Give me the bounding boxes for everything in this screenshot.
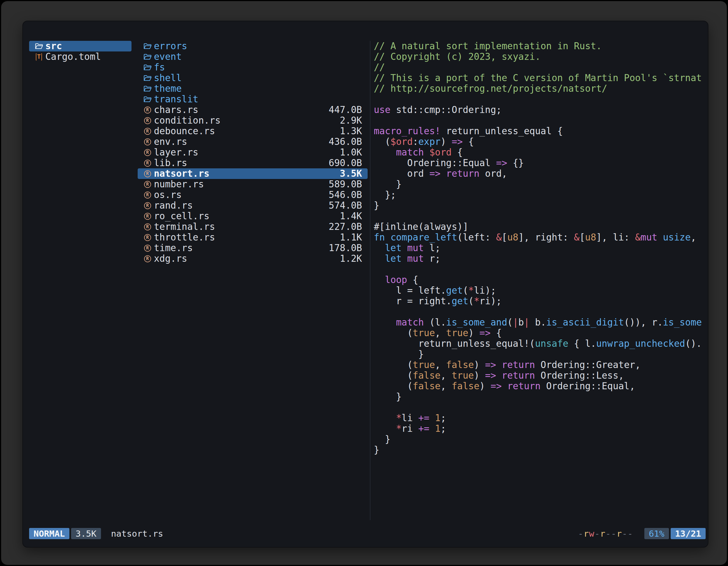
code-line: fn compare_left(left: &[u8], right: &[u8… (374, 232, 706, 243)
code-line (374, 211, 706, 222)
code-line: return_unless_equal!(unsafe { l.unwrap_u… (374, 338, 706, 349)
code-line (374, 306, 706, 317)
entry-name: xdg.rs (154, 254, 340, 264)
rust-icon: R (143, 170, 152, 177)
code-line: r = right.get(*ri); (374, 296, 706, 306)
code-line: ($ord:expr) => { (374, 137, 706, 147)
code-line: l = left.get(*li); (374, 285, 706, 296)
code-line: let mut l; (374, 243, 706, 254)
folder-icon (143, 85, 152, 92)
rust-icon: R (143, 192, 152, 199)
entry-size: 3.5K (340, 168, 362, 179)
rust-icon: R (143, 160, 152, 167)
dir-row-event[interactable]: event (138, 51, 368, 62)
folder-icon (143, 53, 152, 60)
code-line: use std::cmp::Ordering; (374, 105, 706, 115)
file-row-layer.rs[interactable]: Rlayer.rs1.0K (138, 147, 368, 158)
entry-name: throttle.rs (154, 232, 340, 243)
folder-icon (143, 96, 152, 103)
entry-name: errors (154, 41, 362, 51)
dir-row-src[interactable]: src (29, 41, 131, 51)
entry-name: env.rs (154, 137, 329, 147)
dir-row-theme[interactable]: theme (138, 83, 368, 94)
rust-icon: R (143, 213, 152, 220)
dir-row-fs[interactable]: fs (138, 62, 368, 73)
file-row-terminal.rs[interactable]: Rterminal.rs227.0B (138, 222, 368, 232)
entry-size: 589.0B (329, 179, 362, 190)
dir-row-translit[interactable]: translit (138, 94, 368, 105)
code-line: (false, true) => return Ordering::Less, (374, 370, 706, 381)
code-line (374, 115, 706, 126)
code-line: Ordering::Equal => {} (374, 158, 706, 168)
code-line: } (374, 445, 706, 455)
entry-size: 1.4K (340, 211, 362, 222)
entry-size: 1.2K (340, 254, 362, 264)
entry-name: debounce.rs (154, 126, 340, 137)
file-row-time.rs[interactable]: Rtime.rs178.0B (138, 243, 368, 254)
entry-size: 1.3K (340, 126, 362, 137)
file-row-condition.rs[interactable]: Rcondition.rs2.9K (138, 115, 368, 126)
file-row-xdg.rs[interactable]: Rxdg.rs1.2K (138, 254, 368, 264)
code-line: loop { (374, 275, 706, 285)
entry-name: translit (154, 94, 362, 105)
mode-badge: NORMAL (29, 528, 69, 539)
file-row-os.rs[interactable]: Ros.rs546.0B (138, 190, 368, 200)
code-line: (false, false) => return Ordering::Equal… (374, 381, 706, 391)
entry-size: 436.0B (329, 137, 362, 147)
code-line: ord => return ord, (374, 168, 706, 179)
code-line: (true, false) => return Ordering::Greate… (374, 360, 706, 370)
file-row-chars.rs[interactable]: Rchars.rs447.0B (138, 105, 368, 115)
rust-icon: R (143, 117, 152, 124)
entry-size: 690.0B (329, 158, 362, 168)
code-line: } (374, 434, 706, 445)
code-line (374, 94, 706, 105)
file-row-natsort.rs[interactable]: Rnatsort.rs3.5K (138, 168, 368, 179)
rust-icon: R (143, 224, 152, 231)
entry-name: theme (154, 83, 362, 94)
yazi-file-manager-window: srcTCargo.toml errorseventfsshellthemetr… (23, 21, 708, 547)
current-directory-pane: errorseventfsshellthemetranslitRchars.rs… (138, 41, 368, 520)
folder-icon (143, 43, 152, 50)
code-line: match $ord { (374, 147, 706, 158)
desktop-frame: srcTCargo.toml errorseventfsshellthemetr… (1, 1, 727, 565)
file-row-throttle.rs[interactable]: Rthrottle.rs1.1K (138, 232, 368, 243)
folder-icon (143, 64, 152, 71)
code-line: // This is a port of the C version of Ma… (374, 73, 706, 83)
code-line (374, 264, 706, 275)
file-row-ro_cell.rs[interactable]: Rro_cell.rs1.4K (138, 211, 368, 222)
folder-icon (35, 43, 43, 50)
file-row-Cargo.toml[interactable]: TCargo.toml (29, 51, 131, 62)
code-line: } (374, 349, 706, 360)
entry-name: src (45, 41, 126, 51)
file-row-number.rs[interactable]: Rnumber.rs589.0B (138, 179, 368, 190)
rust-icon: R (143, 234, 152, 241)
code-line: // Copyright (c) 2023, sxyazi. (374, 51, 706, 62)
rust-icon: R (143, 202, 152, 209)
cursor-position-badge: 13/21 (671, 528, 706, 539)
entry-size: 447.0B (329, 105, 362, 115)
file-row-rand.rs[interactable]: Rrand.rs574.0B (138, 200, 368, 211)
entry-name: fs (154, 62, 362, 73)
code-line: }; (374, 190, 706, 200)
pane-divider (370, 41, 370, 520)
code-line (374, 402, 706, 413)
entry-name: shell (154, 73, 362, 83)
code-line: #[inline(always)] (374, 222, 706, 232)
code-line: } (374, 179, 706, 190)
parent-directory-pane: srcTCargo.toml (29, 41, 131, 520)
dir-row-shell[interactable]: shell (138, 73, 368, 83)
code-line: macro_rules! return_unless_equal { (374, 126, 706, 137)
folder-icon (143, 75, 152, 82)
file-row-lib.rs[interactable]: Rlib.rs690.0B (138, 158, 368, 168)
code-line: match (l.is_some_and(|b| b.is_ascii_digi… (374, 317, 706, 328)
dir-row-errors[interactable]: errors (138, 41, 368, 51)
entry-size: 178.0B (329, 243, 362, 254)
file-row-debounce.rs[interactable]: Rdebounce.rs1.3K (138, 126, 368, 137)
file-row-env.rs[interactable]: Renv.rs436.0B (138, 137, 368, 147)
entry-size: 227.0B (329, 222, 362, 232)
entry-name: layer.rs (154, 147, 340, 158)
rust-icon: R (143, 139, 152, 146)
rust-icon: R (143, 149, 152, 156)
entry-name: event (154, 51, 362, 62)
entry-size: 546.0B (329, 190, 362, 200)
